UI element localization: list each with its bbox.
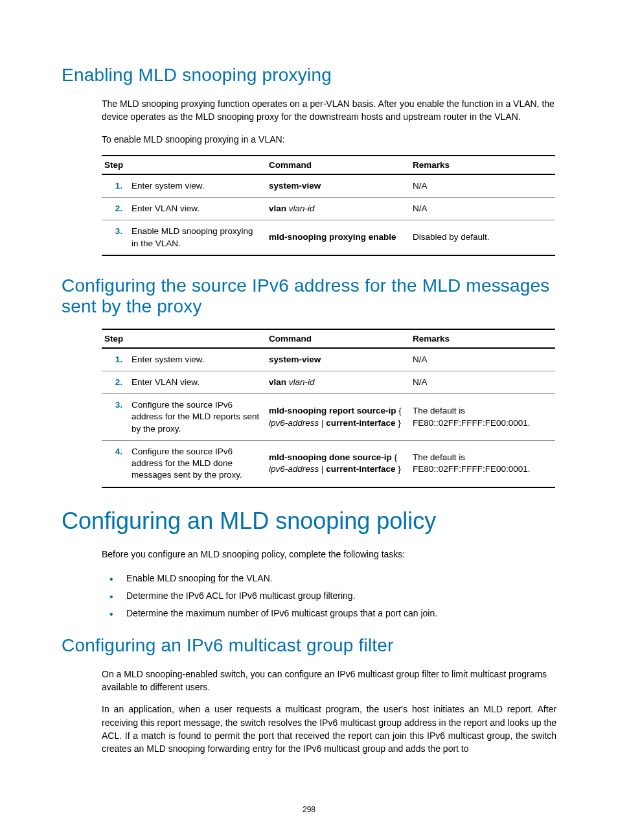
- step-text: Enter system view.: [129, 174, 266, 198]
- table-source-ipv6: Step Command Remarks 1.Enter system view…: [102, 329, 555, 488]
- step-number: 1.: [102, 348, 129, 371]
- step-text: Enter system view.: [129, 348, 266, 371]
- remarks-text: N/A: [410, 198, 555, 220]
- step-number: 2.: [102, 371, 129, 393]
- heading-ipv6-filter: Configuring an IPv6 multicast group filt…: [62, 635, 556, 656]
- step-number: 3.: [102, 220, 129, 255]
- command-text: mld-snooping report source-ip { ipv6-add…: [266, 394, 410, 441]
- step-text: Enter VLAN view.: [129, 371, 266, 393]
- table-row: 2.Enter VLAN view.vlan vlan-idN/A: [102, 371, 555, 393]
- page-number: 298: [0, 805, 618, 814]
- paragraph: To enable MLD snooping proxying in a VLA…: [62, 133, 556, 146]
- heading-enabling-mld-proxying: Enabling MLD snooping proxying: [62, 65, 556, 86]
- command-text: system-view: [266, 348, 410, 371]
- heading-source-ipv6: Configuring the source IPv6 address for …: [62, 275, 556, 317]
- th-remarks: Remarks: [410, 156, 555, 174]
- command-text: mld-snooping proxying enable: [266, 220, 410, 255]
- list-item: Enable MLD snooping for the VLAN.: [126, 570, 556, 587]
- command-text: mld-snooping done source-ip { ipv6-addre…: [266, 440, 410, 487]
- th-step: Step: [102, 329, 266, 348]
- table-row: 4.Configure the source IPv6 address for …: [102, 440, 555, 487]
- remarks-text: Disabled by default.: [410, 220, 555, 255]
- remarks-text: N/A: [410, 174, 555, 198]
- heading-snooping-policy: Configuring an MLD snooping policy: [62, 508, 556, 535]
- paragraph: Before you configure an MLD snooping pol…: [62, 548, 556, 561]
- step-number: 4.: [102, 440, 129, 487]
- table-row: 1.Enter system view.system-viewN/A: [102, 348, 555, 371]
- command-text: vlan vlan-id: [266, 198, 410, 220]
- list-item: Determine the IPv6 ACL for IPv6 multicas…: [126, 587, 556, 605]
- step-text: Configure the source IPv6 address for th…: [129, 440, 266, 487]
- table-row: 2.Enter VLAN view.vlan vlan-idN/A: [102, 198, 555, 220]
- list-item: Determine the maximum number of IPv6 mul…: [126, 605, 556, 622]
- paragraph: The MLD snooping proxying function opera…: [62, 97, 556, 124]
- step-text: Configure the source IPv6 address for th…: [129, 394, 266, 441]
- table-row: 1.Enter system view.system-viewN/A: [102, 174, 555, 198]
- table-enable-proxying: Step Command Remarks 1.Enter system view…: [102, 155, 555, 256]
- th-remarks: Remarks: [410, 329, 555, 348]
- paragraph: In an application, when a user requests …: [62, 703, 556, 755]
- remarks-text: N/A: [410, 348, 555, 371]
- step-number: 3.: [102, 394, 129, 441]
- th-command: Command: [266, 329, 410, 348]
- table-row: 3.Configure the source IPv6 address for …: [102, 394, 555, 441]
- remarks-text: N/A: [410, 371, 555, 393]
- remarks-text: The default is FE80::02FF:FFFF:FE00:0001…: [410, 440, 555, 487]
- command-text: vlan vlan-id: [266, 371, 410, 393]
- th-step: Step: [102, 156, 266, 174]
- command-text: system-view: [266, 174, 410, 198]
- bullet-list: Enable MLD snooping for the VLAN.Determi…: [62, 570, 556, 622]
- step-text: Enable MLD snooping proxying in the VLAN…: [129, 220, 266, 255]
- step-number: 2.: [102, 198, 129, 220]
- paragraph: On a MLD snooping-enabled switch, you ca…: [62, 668, 556, 694]
- remarks-text: The default is FE80::02FF:FFFF:FE00:0001…: [410, 394, 555, 441]
- th-command: Command: [266, 156, 410, 174]
- table-row: 3.Enable MLD snooping proxying in the VL…: [102, 220, 555, 255]
- step-number: 1.: [102, 174, 129, 198]
- step-text: Enter VLAN view.: [129, 198, 266, 220]
